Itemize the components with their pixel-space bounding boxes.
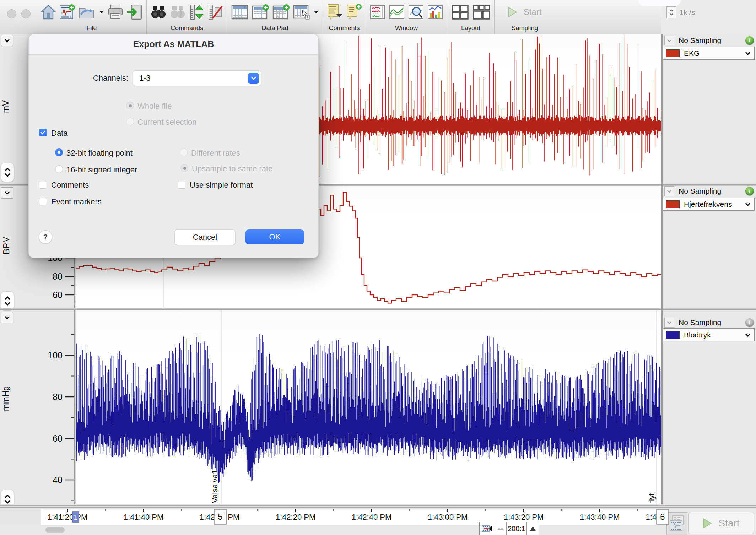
- labchart-window: File Commands 1 Data Pad: [0, 0, 756, 535]
- float32-radio[interactable]: [55, 148, 63, 156]
- time-tick-label: 1:41:40 PM: [124, 513, 164, 522]
- comments-label: Comments: [51, 180, 89, 190]
- time-tick-label: 1:43:20 PM: [504, 513, 544, 522]
- dialog-title: Export As MATLAB: [29, 34, 318, 55]
- channels-label: Channels:: [50, 74, 128, 83]
- time-tick-label: 1:43:40 PM: [580, 513, 620, 522]
- different-rates-radio[interactable]: [180, 148, 188, 156]
- cancel-button[interactable]: Cancel: [174, 229, 236, 245]
- y-tick-label: 40: [53, 475, 63, 485]
- channels-select-value: 1-3: [139, 74, 248, 83]
- data-label: Data: [51, 129, 68, 138]
- comment-marker-label[interactable]: 1: [74, 513, 77, 521]
- y-tick-label: 80: [53, 271, 63, 281]
- time-tick-label: 1:43:00 PM: [428, 513, 468, 522]
- int16-label: 16-bit signed integer: [66, 165, 137, 174]
- upsample-radio[interactable]: [180, 164, 188, 172]
- comment-marker-label[interactable]: 6: [660, 512, 665, 522]
- simple-format-checkbox[interactable]: [178, 181, 185, 189]
- export-matlab-dialog: Export As MATLAB Channels: 1-3 Whole fil…: [28, 34, 319, 258]
- whole-file-label: Whole file: [137, 102, 172, 111]
- channels-select[interactable]: 1-3: [133, 70, 261, 86]
- y-tick-label: 60: [53, 290, 63, 300]
- time-tick-label: 1:42:20 PM: [276, 513, 316, 522]
- comment-marker-label[interactable]: 5: [218, 512, 222, 522]
- current-selection-radio[interactable]: [126, 118, 134, 125]
- y-tick-label: 100: [48, 350, 63, 360]
- int16-radio[interactable]: [55, 165, 63, 173]
- y-tick-label: 80: [53, 392, 63, 402]
- time-tick-label: 1:4: [646, 513, 657, 522]
- data-checkbox[interactable]: [39, 129, 47, 136]
- current-selection-label: Current selection: [137, 118, 196, 127]
- whole-file-radio[interactable]: [126, 102, 134, 109]
- comment-annotation: Valsalva1: [210, 470, 219, 503]
- different-rates-label: Different rates: [191, 148, 240, 158]
- ok-button[interactable]: OK: [245, 229, 304, 244]
- float32-label: 32-bit floating point: [66, 148, 133, 158]
- comments-checkbox[interactable]: [39, 181, 47, 189]
- event-markers-label: Event markers: [51, 197, 102, 206]
- chevron-down-icon: [248, 73, 259, 84]
- y-tick-label: 60: [53, 433, 63, 443]
- event-markers-checkbox[interactable]: [39, 198, 47, 205]
- time-tick-label: 1:42:40 PM: [352, 513, 392, 522]
- time-tick-label: 1:41:20 PM: [48, 513, 88, 522]
- simple-format-label: Use simple format: [190, 180, 253, 190]
- help-button[interactable]: ?: [39, 230, 52, 244]
- upsample-label: Upsample to same rate: [192, 164, 272, 173]
- comment-annotation: flyt: [647, 493, 656, 503]
